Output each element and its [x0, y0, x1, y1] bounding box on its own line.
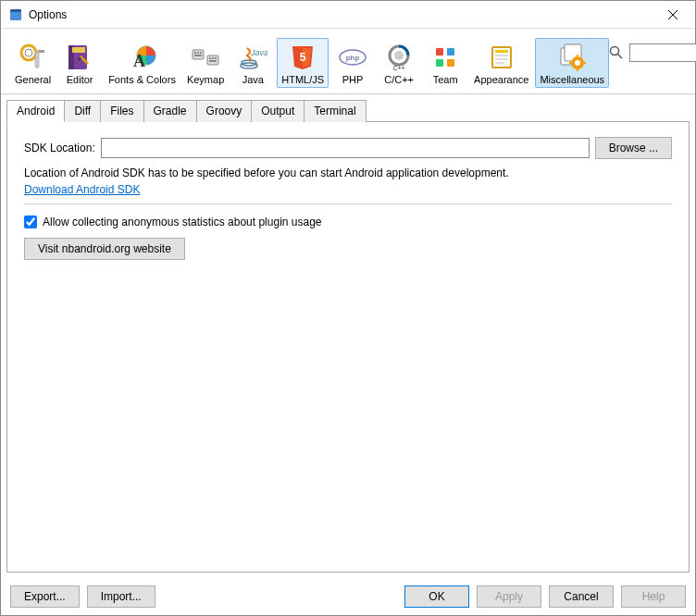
browse-button[interactable]: Browse ...: [595, 137, 672, 159]
svg-rect-1: [10, 9, 21, 12]
visit-website-button[interactable]: Visit nbandroid.org website: [24, 238, 185, 260]
sdk-info-text: Location of Android SDK has to be specif…: [24, 166, 672, 179]
editor-icon: [65, 43, 94, 72]
tab-terminal[interactable]: Terminal: [304, 100, 366, 122]
svg-rect-38: [495, 62, 504, 64]
category-htmljs[interactable]: 5 HTML/JS: [277, 38, 329, 88]
svg-point-47: [611, 47, 619, 55]
fonts-icon: A: [128, 43, 157, 72]
svg-rect-8: [72, 47, 85, 53]
svg-rect-35: [495, 50, 508, 53]
export-button[interactable]: Export...: [10, 585, 80, 608]
svg-text:5: 5: [300, 51, 306, 64]
appearance-icon: [487, 43, 516, 72]
category-label: General: [15, 74, 51, 85]
category-label: PHP: [342, 74, 364, 85]
category-label: Fonts & Colors: [108, 74, 176, 85]
sdk-location-label: SDK Location:: [24, 142, 95, 154]
stats-checkbox[interactable]: [24, 216, 37, 228]
category-java[interactable]: Java Java: [230, 38, 275, 88]
svg-text:Java: Java: [250, 48, 267, 57]
sdk-location-input[interactable]: [101, 138, 590, 158]
svg-point-5: [25, 49, 32, 56]
svg-rect-19: [215, 57, 217, 59]
svg-rect-43: [577, 55, 578, 57]
search-icon: [609, 45, 624, 60]
svg-rect-15: [194, 55, 202, 56]
svg-rect-31: [447, 48, 454, 55]
svg-rect-36: [495, 55, 508, 56]
svg-text:C++: C++: [392, 65, 404, 71]
separator: [24, 203, 672, 204]
help-button[interactable]: Help: [621, 585, 686, 608]
window-title: Options: [29, 8, 654, 21]
svg-point-28: [394, 51, 404, 60]
svg-rect-32: [436, 59, 443, 67]
ok-button[interactable]: OK: [404, 585, 469, 608]
category-toolbar-row: General Editor A Fonts & Colors Keymap: [1, 29, 695, 94]
import-button[interactable]: Import...: [87, 585, 155, 608]
svg-line-48: [618, 55, 623, 59]
svg-rect-13: [197, 52, 199, 54]
cancel-button[interactable]: Cancel: [549, 585, 614, 608]
category-fonts-colors[interactable]: A Fonts & Colors: [104, 38, 180, 88]
button-bar-right: OK Apply Cancel Help: [404, 585, 686, 608]
category-label: Editor: [67, 74, 93, 85]
category-label: C/C++: [384, 74, 414, 85]
close-button[interactable]: [654, 2, 691, 28]
svg-rect-37: [495, 58, 508, 60]
button-bar-left: Export... Import...: [10, 585, 155, 608]
download-sdk-link[interactable]: Download Android SDK: [24, 183, 672, 196]
php-icon: php: [338, 43, 367, 72]
tab-gradle[interactable]: Gradle: [143, 100, 197, 122]
tab-panel-android: SDK Location: Browse ... Location of And…: [6, 121, 690, 573]
category-toolbar: General Editor A Fonts & Colors Keymap: [10, 34, 609, 93]
tab-diff[interactable]: Diff: [64, 100, 101, 122]
tab-files[interactable]: Files: [100, 100, 143, 122]
tab-groovy[interactable]: Groovy: [196, 100, 253, 122]
button-bar: Export... Import... OK Apply Cancel Help: [1, 578, 695, 615]
svg-text:php: php: [346, 54, 360, 62]
category-label: HTML/JS: [281, 74, 324, 85]
svg-rect-44: [577, 68, 578, 71]
app-icon: [8, 7, 23, 22]
team-icon: [430, 43, 460, 72]
title-bar: Options: [1, 1, 695, 29]
svg-rect-30: [436, 48, 443, 55]
category-miscellaneous[interactable]: Miscellaneous: [535, 38, 609, 88]
svg-rect-18: [212, 57, 214, 59]
keymap-icon: [191, 43, 220, 72]
svg-rect-33: [447, 59, 454, 67]
category-php[interactable]: php PHP: [330, 38, 375, 88]
tabs-container: Android Diff Files Gradle Groovy Output …: [1, 94, 695, 578]
tab-android[interactable]: Android: [6, 100, 65, 122]
category-label: Team: [433, 74, 458, 85]
svg-rect-20: [209, 60, 217, 62]
category-general[interactable]: General: [10, 38, 56, 88]
stats-checkbox-row: Allow collecting anonymous statistics ab…: [24, 216, 672, 228]
svg-rect-17: [209, 57, 211, 59]
visit-button-row: Visit nbandroid.org website: [24, 238, 672, 260]
svg-text:A: A: [133, 52, 145, 70]
general-icon: [19, 43, 48, 72]
tab-output[interactable]: Output: [251, 100, 304, 122]
svg-rect-45: [569, 62, 572, 64]
sdk-location-row: SDK Location: Browse ...: [24, 137, 672, 159]
category-label: Java: [242, 74, 264, 85]
category-appearance[interactable]: Appearance: [469, 38, 533, 88]
category-cpp[interactable]: C++ C/C++: [377, 38, 421, 88]
svg-rect-14: [200, 52, 202, 54]
category-label: Miscellaneous: [540, 74, 604, 85]
htmljs-icon: 5: [288, 43, 317, 72]
search-input[interactable]: [629, 43, 696, 62]
svg-rect-12: [194, 52, 196, 54]
apply-button[interactable]: Apply: [477, 585, 541, 608]
category-team[interactable]: Team: [423, 38, 467, 88]
category-keymap[interactable]: Keymap: [182, 38, 229, 88]
cpp-icon: C++: [384, 43, 414, 72]
category-editor[interactable]: Editor: [57, 38, 102, 88]
category-label: Appearance: [474, 74, 528, 85]
miscellaneous-icon: [557, 43, 587, 72]
search-area: [609, 34, 696, 62]
java-icon: Java: [238, 43, 267, 72]
